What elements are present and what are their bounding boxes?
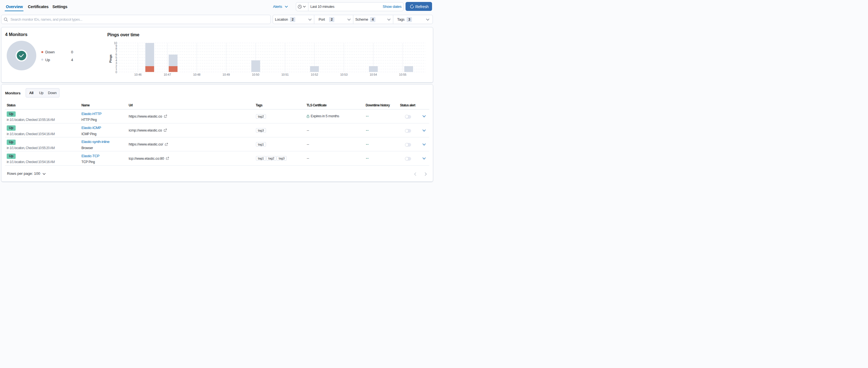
svg-text:3: 3 <box>116 61 117 65</box>
svg-text:6: 6 <box>116 53 117 56</box>
svg-text:7: 7 <box>116 50 117 53</box>
svg-text:1: 1 <box>116 67 117 71</box>
svg-text:2: 2 <box>116 64 117 68</box>
svg-text:10:54: 10:54 <box>370 73 377 76</box>
svg-text:9: 9 <box>116 44 117 48</box>
svg-text:10: 10 <box>114 41 117 45</box>
svg-text:10:47: 10:47 <box>163 73 171 76</box>
svg-text:10:55: 10:55 <box>399 73 406 76</box>
svg-text:5: 5 <box>116 56 117 59</box>
svg-text:Pings: Pings <box>109 55 112 63</box>
svg-text:4: 4 <box>116 59 117 62</box>
svg-text:10:49: 10:49 <box>222 73 230 76</box>
svg-text:10:48: 10:48 <box>193 73 200 76</box>
svg-text:10:50: 10:50 <box>252 73 259 76</box>
svg-text:10:46: 10:46 <box>134 73 142 76</box>
svg-text:10:51: 10:51 <box>281 73 288 76</box>
svg-text:10:52: 10:52 <box>311 73 318 76</box>
svg-text:10:53: 10:53 <box>340 73 347 76</box>
svg-text:0: 0 <box>116 70 117 74</box>
svg-text:8: 8 <box>116 47 117 50</box>
